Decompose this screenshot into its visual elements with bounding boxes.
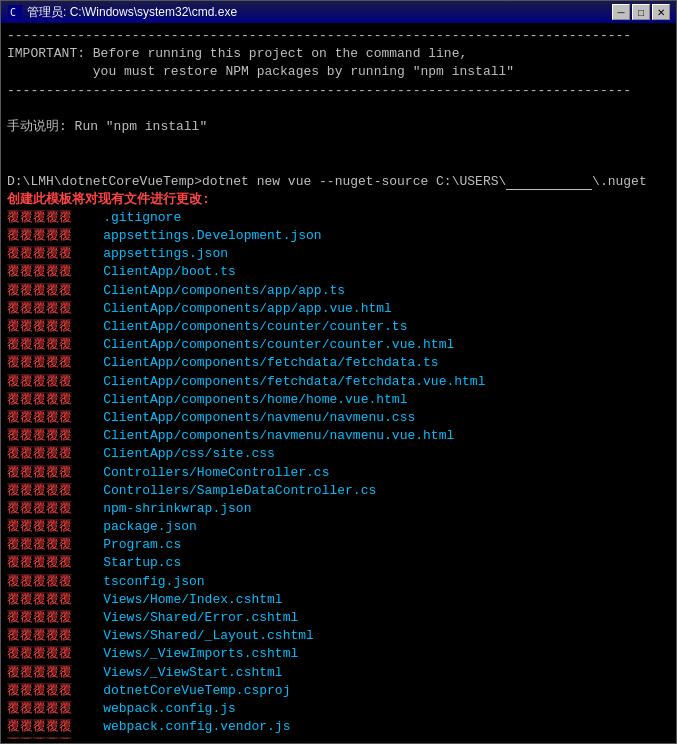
file-line-17: 覆覆覆覆覆 npm-shrinkwrap.json — [7, 500, 670, 518]
file-line-7: 覆覆覆覆覆 ClientApp/components/counter/count… — [7, 318, 670, 336]
file-line-10: 覆覆覆覆覆 ClientApp/components/fetchdata/fet… — [7, 373, 670, 391]
file-line-14: 覆覆覆覆覆 ClientApp/css/site.css — [7, 445, 670, 463]
important-line-2: you must restore NPM packages by running… — [7, 63, 670, 81]
terminal-output[interactable]: ----------------------------------------… — [7, 27, 670, 739]
blank-1 — [7, 100, 670, 118]
file-line-16: 覆覆覆覆覆 Controllers/SampleDataController.c… — [7, 482, 670, 500]
cmd-window: C 管理员: C:\Windows\system32\cmd.exe ─ □ ✕… — [0, 0, 677, 744]
file-line-21: 覆覆覆覆覆 tsconfig.json — [7, 573, 670, 591]
command-line: D:\LMH\dotnetCoreVueTemp>dotnet new vue … — [7, 173, 670, 191]
file-line-24: 覆覆覆覆覆 Views/Shared/_Layout.cshtml — [7, 627, 670, 645]
file-line-19: 覆覆覆覆覆 Program.cs — [7, 536, 670, 554]
svg-text:C: C — [10, 7, 16, 18]
warn-header: 创建此模板将对现有文件进行更改: — [7, 191, 670, 209]
blank-3 — [7, 154, 670, 172]
file-line-29: 覆覆覆覆覆 webpack.config.vendor.js — [7, 718, 670, 736]
separator-line-1: ----------------------------------------… — [7, 27, 670, 45]
file-line-6: 覆覆覆覆覆 ClientApp/components/app/app.vue.h… — [7, 300, 670, 318]
file-line-9: 覆覆覆覆覆 ClientApp/components/fetchdata/fet… — [7, 354, 670, 372]
file-line-22: 覆覆覆覆覆 Views/Home/Index.cshtml — [7, 591, 670, 609]
file-line-28: 覆覆覆覆覆 webpack.config.js — [7, 700, 670, 718]
important-line-1: IMPORTANT: Before running this project o… — [7, 45, 670, 63]
maximize-button[interactable]: □ — [632, 4, 650, 20]
window-controls: ─ □ ✕ — [612, 4, 670, 20]
title-bar: C 管理员: C:\Windows\system32\cmd.exe ─ □ ✕ — [1, 1, 676, 23]
terminal-area: ----------------------------------------… — [1, 23, 676, 743]
file-line-26: 覆覆覆覆覆 Views/_ViewStart.cshtml — [7, 664, 670, 682]
file-line-30: 覆覆覆覆覆 wwwroot/favicon.ico — [7, 736, 670, 739]
file-line-15: 覆覆覆覆覆 Controllers/HomeController.cs — [7, 464, 670, 482]
file-line-11: 覆覆覆覆覆 ClientApp/components/home/home.vue… — [7, 391, 670, 409]
file-line-20: 覆覆覆覆覆 Startup.cs — [7, 554, 670, 572]
file-line-25: 覆覆覆覆覆 Views/_ViewImports.cshtml — [7, 645, 670, 663]
blank-2 — [7, 136, 670, 154]
file-line-2: 覆覆覆覆覆 appsettings.Development.json — [7, 227, 670, 245]
cmd-icon: C — [7, 4, 23, 20]
close-button[interactable]: ✕ — [652, 4, 670, 20]
file-line-13: 覆覆覆覆覆 ClientApp/components/navmenu/navme… — [7, 427, 670, 445]
file-line-18: 覆覆覆覆覆 package.json — [7, 518, 670, 536]
minimize-button[interactable]: ─ — [612, 4, 630, 20]
file-line-5: 覆覆覆覆覆 ClientApp/components/app/app.ts — [7, 282, 670, 300]
separator-line-2: ----------------------------------------… — [7, 82, 670, 100]
window-title: 管理员: C:\Windows\system32\cmd.exe — [27, 4, 612, 21]
file-line-3: 覆覆覆覆覆 appsettings.json — [7, 245, 670, 263]
file-line-27: 覆覆覆覆覆 dotnetCoreVueTemp.csproj — [7, 682, 670, 700]
file-line-8: 覆覆覆覆覆 ClientApp/components/counter/count… — [7, 336, 670, 354]
file-line-1: 覆覆覆覆覆 .gitignore — [7, 209, 670, 227]
manual-line: 手动说明: Run "npm install" — [7, 118, 670, 136]
file-line-12: 覆覆覆覆覆 ClientApp/components/navmenu/navme… — [7, 409, 670, 427]
file-line-23: 覆覆覆覆覆 Views/Shared/Error.cshtml — [7, 609, 670, 627]
file-line-4: 覆覆覆覆覆 ClientApp/boot.ts — [7, 263, 670, 281]
